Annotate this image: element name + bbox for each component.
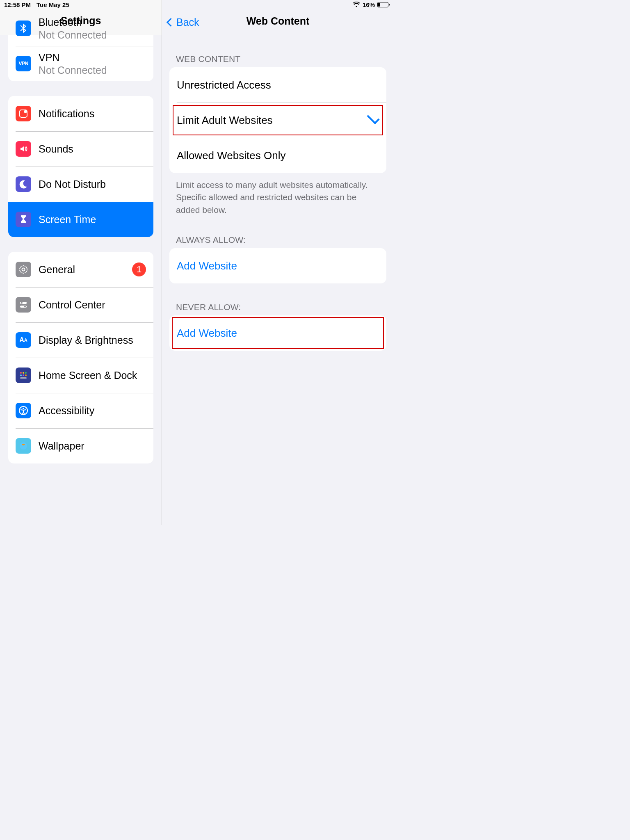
- svg-point-13: [25, 374, 27, 376]
- sidebar-item-homescreen[interactable]: Home Screen & Dock: [8, 358, 153, 393]
- battery-percent: 16%: [363, 1, 375, 8]
- sidebar-item-label: Do Not Disturb: [39, 178, 106, 190]
- option-label: Unrestricted Access: [177, 79, 271, 91]
- always-allow-group: Add Website: [169, 248, 386, 283]
- detail-pane: Back Web Content WEB CONTENT Unrestricte…: [162, 0, 394, 525]
- sidebar-item-controlcenter[interactable]: Control Center: [8, 287, 153, 322]
- wallpaper-icon: [16, 438, 31, 454]
- svg-rect-14: [20, 377, 27, 379]
- bluetooth-icon: [16, 21, 31, 36]
- sidebar-item-sounds[interactable]: Sounds: [8, 131, 153, 167]
- sidebar-item-subtitle: Not Connected: [39, 29, 146, 41]
- sidebar-group-general: General 1 Control Center AA Display & Br…: [8, 252, 153, 463]
- sidebar-item-screentime[interactable]: Screen Time: [8, 202, 153, 237]
- section-header-never-allow: NEVER ALLOW:: [169, 283, 386, 315]
- gear-icon: [16, 262, 31, 277]
- sidebar-item-label: Bluetooth: [39, 16, 146, 28]
- svg-point-10: [25, 372, 27, 374]
- add-website-always[interactable]: Add Website: [169, 248, 386, 283]
- back-label: Back: [176, 16, 199, 28]
- svg-point-12: [23, 374, 24, 376]
- status-time: 12:58 PM: [4, 1, 31, 8]
- sidebar-item-label: Control Center: [39, 299, 105, 311]
- add-website-label: Add Website: [177, 260, 237, 272]
- battery-icon: [377, 2, 390, 7]
- svg-point-2: [20, 266, 27, 273]
- text-size-icon: AA: [16, 332, 31, 348]
- sidebar-item-wallpaper[interactable]: Wallpaper: [8, 428, 153, 463]
- section-footer-webcontent: Limit access to many adult websites auto…: [169, 173, 386, 216]
- back-button[interactable]: Back: [168, 16, 199, 28]
- svg-point-5: [21, 302, 23, 304]
- sidebar-item-vpn[interactable]: VPN VPN Not Connected: [8, 46, 153, 81]
- sidebar-group-notifications: Notifications Sounds Do Not Disturb: [8, 96, 153, 237]
- svg-point-3: [22, 268, 25, 271]
- option-label: Allowed Websites Only: [177, 149, 285, 162]
- chevron-left-icon: [167, 18, 175, 27]
- section-header-webcontent: WEB CONTENT: [169, 35, 386, 67]
- vpn-icon: VPN: [16, 56, 31, 71]
- sidebar-item-label: VPN: [39, 51, 146, 64]
- sidebar-item-label: Sounds: [39, 143, 73, 155]
- notifications-icon: [16, 106, 31, 121]
- add-website-never[interactable]: Add Website: [169, 315, 386, 351]
- web-content-options: Unrestricted Access Limit Adult Websites…: [169, 67, 386, 173]
- option-unrestricted[interactable]: Unrestricted Access: [169, 67, 386, 103]
- sidebar-item-label: Home Screen & Dock: [39, 369, 137, 381]
- sidebar-item-general[interactable]: General 1: [8, 252, 153, 287]
- svg-point-8: [20, 372, 22, 374]
- add-website-label: Add Website: [177, 327, 237, 340]
- checkmark-icon: [367, 112, 379, 124]
- svg-point-9: [23, 372, 24, 374]
- sidebar-item-bluetooth[interactable]: Bluetooth Not Connected: [8, 11, 153, 46]
- sidebar-item-display[interactable]: AA Display & Brightness: [8, 322, 153, 358]
- sidebar-item-label: Notifications: [39, 107, 94, 120]
- svg-point-11: [20, 374, 22, 376]
- sidebar-item-dnd[interactable]: Do Not Disturb: [8, 167, 153, 202]
- status-date: Tue May 25: [37, 1, 69, 8]
- grid-icon: [16, 368, 31, 383]
- notification-badge: 1: [132, 262, 146, 276]
- moon-icon: [16, 176, 31, 192]
- option-allowed-only[interactable]: Allowed Websites Only: [169, 138, 386, 173]
- sidebar-item-label: Accessibility: [39, 404, 94, 417]
- svg-point-1: [24, 110, 27, 113]
- sidebar-item-label: Wallpaper: [39, 440, 84, 452]
- sidebar-item-label: General: [39, 263, 125, 276]
- detail-scroll[interactable]: WEB CONTENT Unrestricted Access Limit Ad…: [162, 35, 394, 525]
- sounds-icon: [16, 141, 31, 157]
- sidebar-item-accessibility[interactable]: Accessibility: [8, 393, 153, 428]
- option-limit-adult[interactable]: Limit Adult Websites: [169, 103, 386, 138]
- sidebar-scroll[interactable]: Bluetooth Not Connected VPN VPN Not Conn…: [0, 11, 162, 525]
- sidebar-group-connectivity: Bluetooth Not Connected VPN VPN Not Conn…: [8, 11, 153, 81]
- svg-point-17: [20, 442, 27, 450]
- section-header-always-allow: ALWAYS ALLOW:: [169, 216, 386, 248]
- accessibility-icon: [16, 403, 31, 418]
- sidebar-item-label: Screen Time: [39, 213, 96, 226]
- option-label: Limit Adult Websites: [177, 114, 273, 127]
- status-bar: 12:58 PM Tue May 25 16%: [0, 0, 394, 9]
- wifi-icon: [353, 2, 360, 7]
- hourglass-icon: [16, 212, 31, 227]
- toggles-icon: [16, 297, 31, 313]
- never-allow-group: Add Website: [169, 315, 386, 351]
- sidebar-item-notifications[interactable]: Notifications: [8, 96, 153, 131]
- settings-sidebar: Settings Bluetooth Not Connected VPN: [0, 0, 162, 525]
- sidebar-item-subtitle: Not Connected: [39, 64, 146, 76]
- detail-title: Web Content: [247, 15, 310, 27]
- svg-point-7: [24, 306, 26, 308]
- sidebar-item-label: Display & Brightness: [39, 334, 133, 346]
- svg-point-16: [23, 408, 24, 409]
